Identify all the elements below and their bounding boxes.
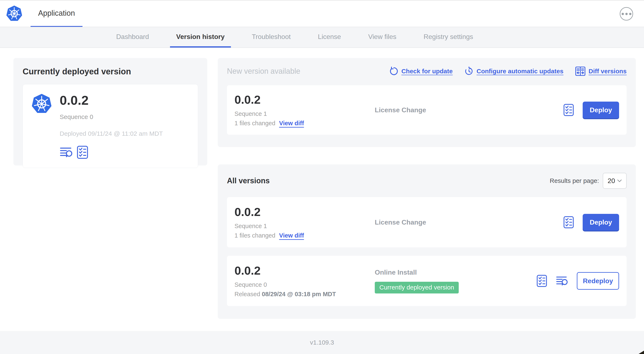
configure-automatic-updates-link[interactable]: Configure automatic updates — [464, 67, 564, 76]
all-versions-section: All versions Results per page: 20 0.0.2 … — [218, 164, 636, 319]
new-version-title: New version available — [227, 67, 300, 76]
tab-dashboard[interactable]: Dashboard — [110, 27, 155, 48]
view-diff-link[interactable]: View diff — [279, 120, 304, 127]
results-per-page-value: 20 — [608, 177, 615, 185]
chevron-down-icon — [617, 179, 622, 182]
version-number: 0.0.2 — [234, 93, 375, 106]
version-sequence: Sequence 0 — [234, 281, 375, 288]
redeploy-button[interactable]: Redeploy — [577, 272, 619, 290]
kubernetes-app-icon — [31, 93, 52, 115]
main-content: Currently deployed version — [0, 48, 644, 331]
currently-deployed-title: Currently deployed version — [22, 67, 198, 76]
overflow-menu-button[interactable] — [620, 7, 633, 21]
logs-icon[interactable] — [60, 146, 73, 158]
app-title: Application — [38, 9, 75, 18]
ellipsis-icon — [622, 13, 624, 15]
check-for-update-label: Check for update — [401, 68, 453, 75]
console-version: v1.109.3 — [310, 339, 334, 346]
version-source: License Change — [375, 106, 564, 114]
version-sequence: Sequence 1 — [234, 110, 375, 117]
version-number: 0.0.2 — [234, 264, 375, 277]
deploy-button[interactable]: Deploy — [583, 214, 619, 231]
view-diff-link[interactable]: View diff — [279, 232, 304, 239]
version-sequence: Sequence 1 — [234, 223, 375, 230]
deployed-timestamp: Deployed 09/11/24 @ 11:02 am MDT — [60, 130, 163, 137]
version-row: 0.0.2 Sequence 0 Released 08/29/24 @ 03:… — [227, 256, 626, 306]
top-header: Application — [0, 0, 644, 27]
kubernetes-logo-icon — [6, 5, 22, 22]
results-per-page-select[interactable]: 20 — [603, 173, 626, 189]
release-notes-checklist-icon[interactable] — [564, 104, 574, 116]
tab-license[interactable]: License — [312, 27, 347, 48]
tab-view-files[interactable]: View files — [362, 27, 403, 48]
all-versions-title: All versions — [227, 176, 270, 185]
tab-version-history[interactable]: Version history — [170, 27, 231, 48]
check-for-update-link[interactable]: Check for update — [389, 67, 453, 76]
footer: v1.109.3 — [0, 331, 644, 354]
clock-arrow-icon — [464, 67, 474, 76]
diff-versions-link[interactable]: Diff versions — [575, 66, 626, 76]
version-row: 0.0.2 Sequence 1 1 files changed View di… — [227, 197, 626, 247]
currently-deployed-card: Currently deployed version — [14, 58, 207, 165]
new-version-row: 0.0.2 Sequence 1 1 files changed View di… — [227, 85, 626, 135]
release-notes-checklist-icon[interactable] — [564, 216, 574, 228]
deployed-version-card: 0.0.2 Sequence 0 Deployed 09/11/24 @ 11:… — [22, 84, 198, 168]
logs-icon[interactable] — [556, 275, 568, 286]
released-timestamp: Released 08/29/24 @ 03:18 pm MDT — [234, 291, 375, 298]
configure-automatic-updates-label: Configure automatic updates — [476, 68, 564, 75]
diff-versions-label: Diff versions — [588, 68, 626, 75]
release-notes-checklist-icon[interactable] — [77, 146, 88, 159]
deploy-button[interactable]: Deploy — [583, 102, 619, 118]
files-changed-text: 1 files changed — [234, 232, 275, 239]
new-version-section: New version available Check for update — [218, 58, 636, 147]
currently-deployed-badge: Currently deployed version — [375, 282, 459, 293]
version-source: Online Install — [375, 268, 536, 276]
deployed-version-number: 0.0.2 — [60, 93, 163, 108]
tab-troubleshoot[interactable]: Troubleshoot — [246, 27, 297, 48]
tab-registry-settings[interactable]: Registry settings — [417, 27, 480, 48]
app-nav-tabs: Dashboard Version history Troubleshoot L… — [0, 27, 644, 48]
results-per-page-label: Results per page: — [550, 177, 599, 184]
refresh-icon — [389, 67, 398, 76]
release-notes-checklist-icon[interactable] — [536, 275, 547, 287]
deployed-sequence: Sequence 0 — [60, 113, 163, 120]
diff-icon — [575, 66, 586, 76]
version-number: 0.0.2 — [234, 205, 375, 218]
files-changed-text: 1 files changed — [234, 120, 275, 127]
app-tab-application[interactable]: Application — [30, 1, 82, 27]
version-source: License Change — [375, 218, 564, 226]
